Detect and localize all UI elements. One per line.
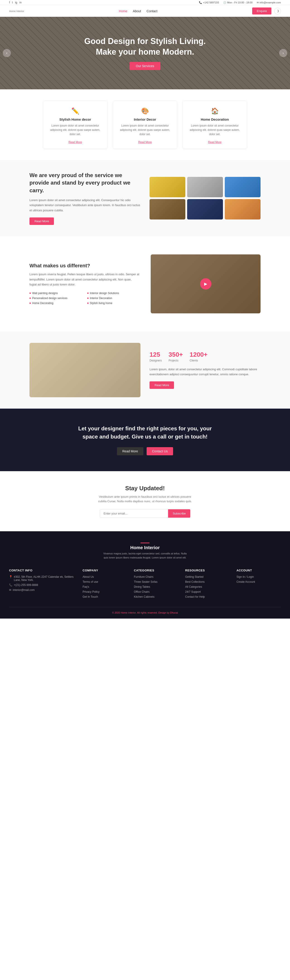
- nav-link-about[interactable]: About: [133, 9, 141, 13]
- proud-readmore-button[interactable]: Read More: [29, 218, 54, 225]
- feature-label-5: Stylish living home: [90, 302, 113, 305]
- stats-content: 125 Designers 350+ Projects 1200+ Client…: [149, 351, 261, 389]
- play-button[interactable]: ▶: [200, 278, 211, 290]
- service-card-0: ✏️ Stylish Home decor Lorem ipsum dolor …: [43, 101, 108, 149]
- proud-image-3: [149, 199, 185, 220]
- cta-section: Let your designer find the right pieces …: [0, 409, 290, 471]
- nav-menu: Home About Contact: [119, 9, 157, 13]
- footer-cat-item-1[interactable]: Three Seater Sofas: [134, 580, 178, 584]
- designer-name: Dhucai: [170, 611, 178, 614]
- footer-col-company: Company About Us Terms of use Faq's Priv…: [83, 569, 127, 600]
- nav-link-home[interactable]: Home: [119, 9, 127, 13]
- moon-icon: ☽: [276, 9, 279, 13]
- phone-number: +142 5897155: [203, 1, 219, 4]
- feature-label-3: Interior Decoration: [90, 297, 113, 300]
- hero-prev-button[interactable]: ‹: [3, 49, 11, 57]
- newsletter-desc: Vestibulum ante ipsum primis in faucibus…: [95, 495, 195, 504]
- footer-logo-line: [141, 542, 149, 543]
- newsletter-heading: Stay Updated!: [9, 485, 281, 492]
- proud-image-0: [149, 177, 185, 197]
- stat-number-1: 350+: [168, 351, 183, 358]
- feature-0: Wall painting designs: [29, 291, 82, 295]
- proud-image-5: [225, 199, 261, 220]
- feature-dot-3: [87, 298, 89, 299]
- prev-arrow-icon: ‹: [6, 51, 7, 55]
- email-icon: ✉: [257, 1, 259, 4]
- feature-dot-4: [29, 302, 31, 304]
- nav-item-home[interactable]: Home: [119, 9, 127, 13]
- service-readmore-2[interactable]: Read More: [208, 141, 221, 144]
- site-logo: Home Interior: [9, 10, 24, 13]
- newsletter-email-input[interactable]: [100, 509, 168, 518]
- our-services-button[interactable]: Our Services: [130, 62, 161, 70]
- dark-mode-toggle[interactable]: ☽: [274, 8, 281, 14]
- feature-dot-5: [87, 302, 89, 304]
- social-links[interactable]: f t ig in: [9, 1, 22, 4]
- social-instagram[interactable]: ig: [15, 1, 17, 4]
- feature-dot-1: [87, 293, 89, 294]
- stats-desc: Lorem ipsum, dolor sit amet consectetur …: [149, 367, 261, 377]
- footer-resources-list: Getting Started Best Collections All Cat…: [185, 575, 230, 598]
- footer-res-item-0[interactable]: Getting Started: [185, 575, 230, 578]
- footer-company-item-3[interactable]: Privacy Policy: [83, 590, 127, 593]
- footer-col-contact-title: Contact Info: [9, 569, 76, 572]
- footer-cat-item-2[interactable]: Dining Tables: [134, 585, 178, 589]
- footer-company-item-4[interactable]: Get In Touch: [83, 595, 127, 598]
- footer-acc-item-0[interactable]: Sign In / Login: [236, 575, 281, 578]
- footer-res-item-3[interactable]: 24/7 Support: [185, 590, 230, 593]
- stats-image: [29, 343, 141, 397]
- footer-res-item-1[interactable]: Best Collections: [185, 580, 230, 584]
- service-title-2: Home Decoration: [187, 118, 242, 121]
- footer-cat-item-0[interactable]: Furniture Chairs: [134, 575, 178, 578]
- nav-item-contact[interactable]: Contact: [147, 9, 157, 13]
- subscribe-button[interactable]: Subscribe: [168, 509, 190, 518]
- footer-col-contact: Contact Info 📍 #302, 5th Floor, ALHK-224…: [9, 569, 76, 600]
- features-list: Wall painting designs Interior design So…: [29, 291, 139, 305]
- footer-company-item-0[interactable]: About Us: [83, 575, 127, 578]
- footer-account-list: Sign In / Login Create Account: [236, 575, 281, 584]
- footer-res-item-4[interactable]: Contact for Help: [185, 595, 230, 598]
- enquire-button[interactable]: Enquire: [252, 8, 271, 14]
- proud-image-2: [225, 177, 261, 197]
- stat-label-2: Clients: [190, 359, 198, 362]
- footer-bottom: © 2020 Home Interior. All rights reserve…: [9, 607, 281, 614]
- feature-5: Stylish living home: [87, 302, 139, 305]
- hero-next-button[interactable]: ›: [279, 49, 287, 57]
- footer-email-address: interior@mail.com: [13, 589, 35, 592]
- email-address: info@example.com: [260, 1, 281, 4]
- footer-res-item-2[interactable]: All Categories: [185, 585, 230, 589]
- footer-address: 📍 #302, 5th Floor, ALHK-2247 Calendar ek…: [9, 575, 76, 582]
- business-hours: Mon - Fri 10:00 - 18:00: [227, 1, 253, 4]
- social-linkedin[interactable]: in: [19, 1, 22, 4]
- footer-phone-icon: 📞: [9, 584, 13, 587]
- cta-readmore-button[interactable]: Read More: [117, 447, 143, 455]
- footer-logo-desc: Vivamus magna justo, lacinia eget consec…: [102, 552, 188, 560]
- social-twitter[interactable]: t: [12, 1, 13, 4]
- proud-content: We are very proud of the service we prov…: [29, 172, 141, 225]
- social-facebook[interactable]: f: [9, 1, 10, 4]
- cta-contact-button[interactable]: Contact Us: [147, 447, 173, 455]
- feature-label-4: Home Decorating: [32, 302, 53, 305]
- video-thumbnail: ▶: [151, 255, 261, 313]
- service-readmore-0[interactable]: Read More: [68, 141, 82, 144]
- stats-readmore-button[interactable]: Read More: [149, 382, 174, 389]
- footer-company-item-2[interactable]: Faq's: [83, 585, 127, 589]
- next-arrow-icon: ›: [282, 51, 284, 55]
- nav-item-about[interactable]: About: [133, 9, 141, 13]
- hero-heading: Good Design for Stylish Living. Make you…: [84, 36, 206, 57]
- footer-company-item-1[interactable]: Terms of use: [83, 580, 127, 584]
- footer-cat-item-4[interactable]: Kitchen Cabinets: [134, 595, 178, 598]
- hours-info: 🕐 Mon - Fri 10:00 - 18:00: [223, 1, 253, 4]
- footer-columns: Contact Info 📍 #302, 5th Floor, ALHK-224…: [9, 569, 281, 600]
- different-heading: What makes us different?: [29, 263, 139, 269]
- footer-company-list: About Us Terms of use Faq's Privacy Poli…: [83, 575, 127, 598]
- stat-label-1: Projects: [168, 359, 178, 362]
- footer-col-account: Account Sign In / Login Create Account: [236, 569, 281, 600]
- feature-2: Personalized design services: [29, 297, 82, 300]
- footer-acc-item-1[interactable]: Create Account: [236, 580, 281, 584]
- proud-image-1: [187, 177, 223, 197]
- feature-3: Interior Decoration: [87, 297, 139, 300]
- service-readmore-1[interactable]: Read More: [138, 141, 152, 144]
- nav-link-contact[interactable]: Contact: [147, 9, 157, 13]
- footer-cat-item-3[interactable]: Office Chairs: [134, 590, 178, 593]
